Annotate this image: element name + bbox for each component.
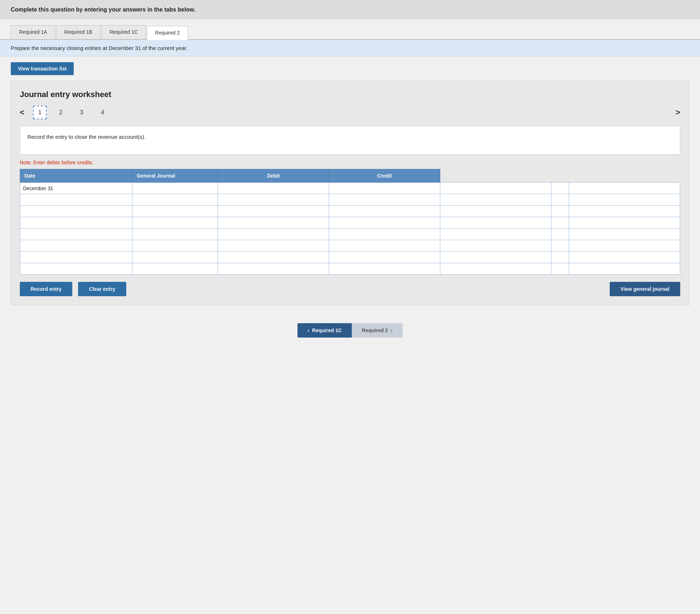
row-arrow-date-1	[132, 194, 218, 206]
row-arrow-journal-4	[329, 229, 440, 240]
date-cell-1	[20, 194, 132, 206]
credit-cell-0[interactable]	[569, 183, 680, 194]
date-cell-6	[20, 252, 132, 263]
clear-entry-button[interactable]: Clear entry	[78, 282, 126, 296]
credit-cell-7[interactable]	[569, 263, 680, 275]
row-arrow-journal-7	[329, 263, 440, 275]
credit-input-3[interactable]	[569, 217, 680, 228]
credit-cell-3[interactable]	[569, 217, 680, 229]
prev-nav-label: Required 1C	[312, 327, 342, 333]
journal-input-3[interactable]	[218, 217, 329, 228]
credit-input-6[interactable]	[569, 252, 680, 263]
step-4[interactable]: 4	[96, 106, 109, 119]
table-row: December 31	[20, 183, 680, 194]
debit-input-3[interactable]	[440, 217, 551, 228]
row-arrow-debit-7	[551, 263, 569, 275]
journal-cell-4[interactable]	[218, 229, 329, 240]
row-arrow-date-3	[132, 217, 218, 229]
row-arrow-journal-3	[329, 217, 440, 229]
credit-cell-4[interactable]	[569, 229, 680, 240]
credit-input-2[interactable]	[569, 206, 680, 217]
prev-nav-button[interactable]: ‹ Required 1C	[297, 323, 352, 338]
journal-cell-7[interactable]	[218, 263, 329, 275]
credit-cell-6[interactable]	[569, 252, 680, 263]
col-header-credit: Credit	[329, 169, 440, 183]
row-arrow-journal-0	[329, 183, 440, 194]
table-row	[20, 263, 680, 275]
journal-cell-5[interactable]	[218, 240, 329, 252]
step-1[interactable]: 1	[33, 106, 47, 119]
view-general-journal-button[interactable]: View general journal	[610, 282, 680, 296]
journal-input-0[interactable]	[218, 183, 329, 194]
journal-cell-1[interactable]	[218, 194, 329, 206]
date-cell-3	[20, 217, 132, 229]
entry-description-text: Record the entry to close the revenue ac…	[27, 134, 146, 140]
top-banner-text: Complete this question by entering your …	[11, 6, 195, 13]
debit-cell-7[interactable]	[440, 263, 551, 275]
credit-cell-1[interactable]	[569, 194, 680, 206]
row-arrow-debit-4	[551, 229, 569, 240]
table-row	[20, 229, 680, 240]
tab-required-1a[interactable]: Required 1A	[11, 25, 55, 39]
tab-required-1b[interactable]: Required 1B	[56, 25, 101, 39]
debit-cell-6[interactable]	[440, 252, 551, 263]
row-arrow-date-4	[132, 229, 218, 240]
debit-cell-5[interactable]	[440, 240, 551, 252]
debit-cell-1[interactable]	[440, 194, 551, 206]
journal-input-6[interactable]	[218, 252, 329, 263]
journal-input-2[interactable]	[218, 206, 329, 217]
journal-cell-6[interactable]	[218, 252, 329, 263]
debit-cell-0[interactable]	[440, 183, 551, 194]
journal-cell-3[interactable]	[218, 217, 329, 229]
view-transaction-button[interactable]: View transaction list	[11, 62, 74, 75]
bottom-nav: ‹ Required 1C Required 2 ›	[0, 316, 700, 352]
worksheet-container: Journal entry worksheet < 1 2 3 4 > Reco…	[11, 81, 689, 305]
debit-input-5[interactable]	[440, 240, 551, 251]
buttons-row: Record entry Clear entry View general jo…	[20, 282, 680, 296]
debit-input-0[interactable]	[440, 183, 551, 194]
journal-input-1[interactable]	[218, 194, 329, 205]
row-arrow-journal-6	[329, 252, 440, 263]
date-cell-7	[20, 263, 132, 275]
debit-cell-4[interactable]	[440, 229, 551, 240]
journal-input-5[interactable]	[218, 240, 329, 251]
debit-input-6[interactable]	[440, 252, 551, 263]
prev-nav-arrow: ‹	[308, 327, 309, 333]
credit-input-4[interactable]	[569, 229, 680, 240]
debit-input-4[interactable]	[440, 229, 551, 240]
credit-input-0[interactable]	[569, 183, 680, 194]
tab-required-2[interactable]: Required 2	[147, 26, 188, 40]
row-arrow-debit-0	[551, 183, 569, 194]
credit-cell-5[interactable]	[569, 240, 680, 252]
credit-input-1[interactable]	[569, 194, 680, 205]
debit-input-7[interactable]	[440, 263, 551, 274]
date-cell-2	[20, 206, 132, 217]
next-step-arrow[interactable]: >	[676, 108, 680, 117]
table-row	[20, 252, 680, 263]
journal-cell-0[interactable]	[218, 183, 329, 194]
debit-cell-3[interactable]	[440, 217, 551, 229]
debit-input-1[interactable]	[440, 194, 551, 205]
step-numbers: 1 2 3 4	[33, 106, 109, 119]
debit-cell-2[interactable]	[440, 206, 551, 217]
journal-cell-2[interactable]	[218, 206, 329, 217]
worksheet-title: Journal entry worksheet	[20, 90, 680, 99]
tab-required-1c[interactable]: Required 1C	[101, 25, 146, 39]
col-header-debit: Debit	[218, 169, 329, 183]
note-text: Note: Enter debits before credits.	[20, 160, 680, 165]
prev-step-arrow[interactable]: <	[20, 108, 24, 117]
credit-input-5[interactable]	[569, 240, 680, 251]
record-entry-button[interactable]: Record entry	[20, 282, 72, 296]
credit-input-7[interactable]	[569, 263, 680, 274]
journal-input-4[interactable]	[218, 229, 329, 240]
next-nav-button[interactable]: Required 2 ›	[352, 323, 403, 338]
credit-cell-2[interactable]	[569, 206, 680, 217]
step-3[interactable]: 3	[75, 106, 88, 119]
table-row	[20, 217, 680, 229]
step-nav: < 1 2 3 4 >	[20, 106, 680, 119]
row-arrow-date-2	[132, 206, 218, 217]
journal-input-7[interactable]	[218, 263, 329, 274]
next-nav-label: Required 2	[362, 327, 388, 333]
step-2[interactable]: 2	[54, 106, 68, 119]
debit-input-2[interactable]	[440, 206, 551, 217]
